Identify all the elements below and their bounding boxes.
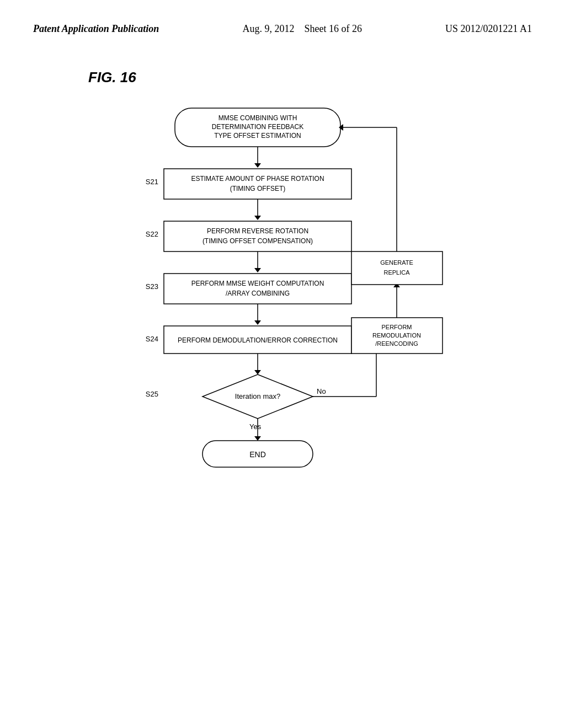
s23-line2: /ARRAY COMBINING [226,290,290,297]
header-center: Aug. 9, 2012 Sheet 16 of 26 [242,22,361,36]
svg-rect-9 [164,274,351,304]
s24-text: PERFORM DEMODULATION/ERROR CORRECTION [178,336,338,344]
header-right: US 2012/0201221 A1 [445,22,532,36]
svg-marker-11 [254,320,261,325]
s26-line1: PERFORM [382,324,412,330]
sheet-label: Sheet 16 of 26 [304,23,361,34]
s22-line1: PERFORM REVERSE ROTATION [207,227,308,235]
s27-line1: GENERATE [380,259,413,266]
top-box-line1: MMSE COMBINING WITH [218,114,297,122]
s22-line2: (TIMING OFFSET COMPENSATION) [202,237,313,245]
patent-number: US 2012/0201221 A1 [445,23,532,34]
s27-line2: REPLICA [383,269,410,276]
s22-label: S22 [146,230,158,238]
s23-line1: PERFORM MMSE WEIGHT COMPUTATION [191,280,324,287]
s25-label: S25 [146,390,158,398]
publication-label: Patent Application Publication [33,23,159,34]
svg-rect-6 [164,221,351,251]
svg-marker-14 [254,370,261,374]
svg-rect-22 [351,251,443,285]
no-label: No [317,387,326,395]
header-left: Patent Application Publication [33,22,159,36]
s24-label: S24 [146,335,158,343]
s26-line3: /REENCODING [375,340,418,347]
top-box-line3: TYPE OFFSET ESTIMATION [214,132,301,140]
page: Patent Application Publication Aug. 9, 2… [0,0,565,728]
svg-marker-2 [254,163,261,168]
svg-marker-5 [254,216,261,220]
s21-label: S21 [146,178,158,186]
s21-line2: (TIMING OFFSET) [230,185,286,192]
s26-line2: REMODULATION [372,332,421,339]
header: Patent Application Publication Aug. 9, 2… [33,22,532,36]
yes-label: Yes [249,422,262,431]
s25-text: Iteration max? [235,392,280,400]
svg-marker-27 [254,436,261,441]
svg-marker-8 [254,268,261,272]
s21-line1: ESTIMATE AMOUNT OF PHASE ROTATION [191,175,324,183]
fig-label: FIG. 16 [88,69,532,86]
s23-label: S23 [146,282,158,291]
date-label: Aug. 9, 2012 [242,23,294,34]
end-box-text: END [249,450,266,459]
top-box-line2: DETERMINATION FEEDBACK [212,123,303,131]
svg-rect-3 [164,169,351,199]
flowchart-diagram: MMSE COMBINING WITH DETERMINATION FEEDBA… [67,103,498,599]
